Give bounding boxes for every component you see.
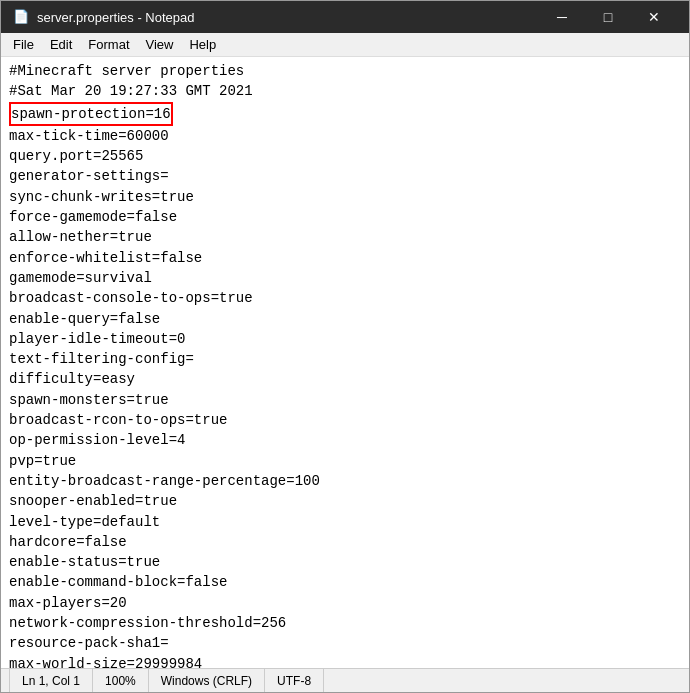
menu-edit[interactable]: Edit [42, 35, 80, 54]
menu-help[interactable]: Help [181, 35, 224, 54]
editor-line: level-type=default [9, 512, 681, 532]
editor-line: enable-command-block=false [9, 572, 681, 592]
maximize-button[interactable]: □ [585, 1, 631, 33]
menu-view[interactable]: View [138, 35, 182, 54]
editor-line: enable-query=false [9, 309, 681, 329]
encoding: UTF-8 [265, 669, 324, 692]
editor-line: query.port=25565 [9, 146, 681, 166]
highlighted-line: spawn-protection=16 [9, 102, 173, 126]
editor-line: sync-chunk-writes=true [9, 187, 681, 207]
editor-line: difficulty=easy [9, 369, 681, 389]
status-bar: Ln 1, Col 1 100% Windows (CRLF) UTF-8 [1, 668, 689, 692]
editor-line: max-tick-time=60000 [9, 126, 681, 146]
line-ending: Windows (CRLF) [149, 669, 265, 692]
editor-line: spawn-monsters=true [9, 390, 681, 410]
editor-line: snooper-enabled=true [9, 491, 681, 511]
editor-line: spawn-protection=16 [9, 102, 681, 126]
content-wrapper: #Minecraft server properties #Sat Mar 20… [1, 57, 689, 668]
editor-line: broadcast-console-to-ops=true [9, 288, 681, 308]
menu-file[interactable]: File [5, 35, 42, 54]
notepad-window: 📄 server.properties - Notepad ─ □ ✕ File… [0, 0, 690, 693]
editor-line: max-players=20 [9, 593, 681, 613]
editor-line: generator-settings= [9, 166, 681, 186]
editor-line: broadcast-rcon-to-ops=true [9, 410, 681, 430]
window-title: server.properties - Notepad [37, 10, 539, 25]
editor-line: resource-pack-sha1= [9, 633, 681, 653]
editor-line: force-gamemode=false [9, 207, 681, 227]
window-controls: ─ □ ✕ [539, 1, 677, 33]
close-button[interactable]: ✕ [631, 1, 677, 33]
menu-bar: File Edit Format View Help [1, 33, 689, 57]
editor-line: op-permission-level=4 [9, 430, 681, 450]
editor-line: max-world-size=29999984 [9, 654, 681, 668]
editor-line: player-idle-timeout=0 [9, 329, 681, 349]
editor-line: allow-nether=true [9, 227, 681, 247]
editor-line: entity-broadcast-range-percentage=100 [9, 471, 681, 491]
editor-line: #Sat Mar 20 19:27:33 GMT 2021 [9, 81, 681, 101]
editor-line: gamemode=survival [9, 268, 681, 288]
editor-line: pvp=true [9, 451, 681, 471]
title-bar: 📄 server.properties - Notepad ─ □ ✕ [1, 1, 689, 33]
editor-line: text-filtering-config= [9, 349, 681, 369]
editor-line: network-compression-threshold=256 [9, 613, 681, 633]
editor-line: enable-status=true [9, 552, 681, 572]
app-icon: 📄 [13, 9, 29, 25]
zoom-level: 100% [93, 669, 149, 692]
editor-area[interactable]: #Minecraft server properties #Sat Mar 20… [1, 57, 689, 668]
editor-line: #Minecraft server properties [9, 61, 681, 81]
editor-line: hardcore=false [9, 532, 681, 552]
editor-line: enforce-whitelist=false [9, 248, 681, 268]
cursor-position: Ln 1, Col 1 [9, 669, 93, 692]
menu-format[interactable]: Format [80, 35, 137, 54]
minimize-button[interactable]: ─ [539, 1, 585, 33]
